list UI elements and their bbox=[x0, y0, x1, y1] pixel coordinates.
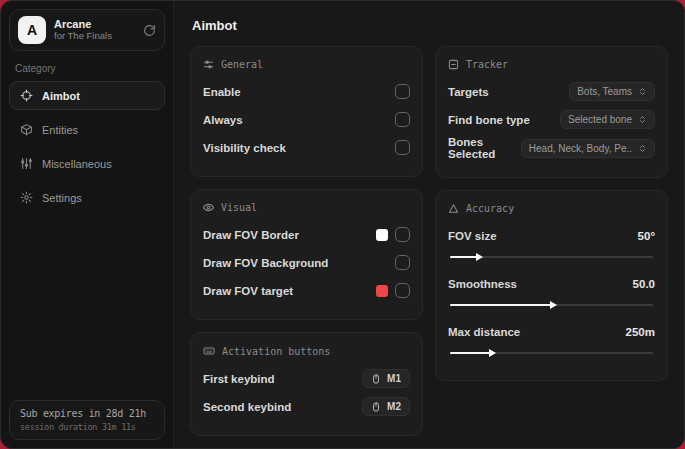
card-title: Accuracy bbox=[466, 203, 514, 214]
session-duration-text: session duration 31m 11s bbox=[20, 422, 154, 432]
setting-row: Always bbox=[203, 108, 410, 131]
general-card: General Enable Always Visibility check bbox=[190, 46, 423, 177]
setting-row: Enable bbox=[203, 80, 410, 103]
setting-row: Targets Bots, Teams bbox=[448, 80, 655, 103]
app-window: A Arcane for The Finals Category Aimbot bbox=[0, 0, 685, 449]
find-bone-type-dropdown[interactable]: Selected bone bbox=[560, 110, 655, 129]
setting-row: FOV size 50° bbox=[448, 224, 655, 247]
setting-row: First keybind M1 bbox=[203, 367, 410, 390]
card-title: Activation buttons bbox=[222, 346, 330, 357]
triangle-icon bbox=[448, 203, 459, 214]
tracker-card: Tracker Targets Bots, Teams bbox=[435, 46, 668, 178]
card-title: Visual bbox=[221, 202, 257, 213]
slider-thumb[interactable] bbox=[550, 301, 557, 309]
chevrons-up-down-icon bbox=[638, 144, 647, 153]
sidebar-item-label: Settings bbox=[42, 192, 82, 204]
draw-fov-background-checkbox[interactable] bbox=[395, 255, 410, 270]
targets-dropdown[interactable]: Bots, Teams bbox=[569, 82, 655, 101]
second-keybind-button[interactable]: M2 bbox=[362, 397, 410, 416]
fov-border-color-swatch[interactable] bbox=[376, 229, 388, 241]
sliders-icon bbox=[20, 157, 33, 170]
chevrons-up-down-icon bbox=[638, 115, 647, 124]
sidebar-item-label: Entities bbox=[42, 124, 78, 136]
keyboard-icon bbox=[203, 345, 215, 357]
app-name: Arcane bbox=[54, 18, 135, 31]
max-distance-slider[interactable] bbox=[450, 348, 653, 358]
setting-row: Draw FOV target bbox=[203, 279, 410, 302]
bones-selected-dropdown[interactable]: Head, Neck, Body, Pe.. bbox=[521, 139, 655, 158]
setting-row: Second keybind M2 bbox=[203, 395, 410, 418]
setting-row: Bones Selected Head, Neck, Body, Pe.. bbox=[448, 136, 655, 160]
gear-icon bbox=[20, 191, 33, 204]
app-header-card: A Arcane for The Finals bbox=[9, 9, 165, 51]
sub-expiry-text: Sub expires in 28d 21h bbox=[20, 408, 154, 419]
max-distance-value: 250m bbox=[626, 326, 655, 338]
card-title: General bbox=[221, 59, 263, 70]
always-checkbox[interactable] bbox=[395, 112, 410, 127]
smoothness-value: 50.0 bbox=[633, 278, 655, 290]
setting-row: Visibility check bbox=[203, 136, 410, 159]
app-subtitle: for The Finals bbox=[54, 31, 135, 42]
setting-row: Draw FOV Border bbox=[203, 223, 410, 246]
activation-buttons-card: Activation buttons First keybind M1 bbox=[190, 332, 423, 436]
refresh-icon[interactable] bbox=[143, 24, 156, 37]
fov-size-value: 50° bbox=[638, 230, 655, 242]
setting-row: Find bone type Selected bone bbox=[448, 108, 655, 131]
chevrons-up-down-icon bbox=[638, 87, 647, 96]
page-title: Aimbot bbox=[192, 18, 666, 33]
tracker-box-icon bbox=[448, 59, 459, 70]
eye-icon bbox=[203, 202, 214, 213]
category-label: Category bbox=[15, 63, 159, 74]
first-keybind-button[interactable]: M1 bbox=[362, 369, 410, 388]
draw-fov-target-checkbox[interactable] bbox=[395, 283, 410, 298]
slider-thumb[interactable] bbox=[489, 349, 496, 357]
card-title: Tracker bbox=[466, 59, 508, 70]
sidebar-item-aimbot[interactable]: Aimbot bbox=[9, 81, 165, 110]
setting-row: Smoothness 50.0 bbox=[448, 272, 655, 295]
visual-card: Visual Draw FOV Border Draw FOV Backgrou… bbox=[190, 189, 423, 320]
crosshair-icon bbox=[20, 89, 33, 102]
sidebar-item-label: Miscellaneous bbox=[42, 158, 112, 170]
visibility-check-checkbox[interactable] bbox=[395, 140, 410, 155]
sidebar-item-miscellaneous[interactable]: Miscellaneous bbox=[9, 149, 165, 178]
entities-icon bbox=[20, 123, 33, 136]
fov-size-slider[interactable] bbox=[450, 252, 653, 262]
general-sliders-icon bbox=[203, 59, 214, 70]
accuracy-card: Accuracy FOV size 50° Smoothness 50.0 bbox=[435, 190, 668, 381]
subscription-info-card: Sub expires in 28d 21h session duration … bbox=[9, 400, 165, 440]
app-logo: A bbox=[18, 16, 46, 44]
slider-thumb[interactable] bbox=[476, 253, 483, 261]
sidebar-item-label: Aimbot bbox=[42, 90, 80, 102]
setting-row: Draw FOV Background bbox=[203, 251, 410, 274]
sidebar-item-settings[interactable]: Settings bbox=[9, 183, 165, 212]
fov-target-color-swatch[interactable] bbox=[376, 285, 388, 297]
mouse-icon bbox=[371, 402, 381, 412]
sidebar-item-entities[interactable]: Entities bbox=[9, 115, 165, 144]
sidebar: A Arcane for The Finals Category Aimbot bbox=[1, 1, 174, 448]
draw-fov-border-checkbox[interactable] bbox=[395, 227, 410, 242]
mouse-icon bbox=[371, 374, 381, 384]
setting-row: Max distance 250m bbox=[448, 320, 655, 343]
main-panel: Aimbot General Enable bbox=[174, 1, 684, 448]
enable-checkbox[interactable] bbox=[395, 84, 410, 99]
smoothness-slider[interactable] bbox=[450, 300, 653, 310]
